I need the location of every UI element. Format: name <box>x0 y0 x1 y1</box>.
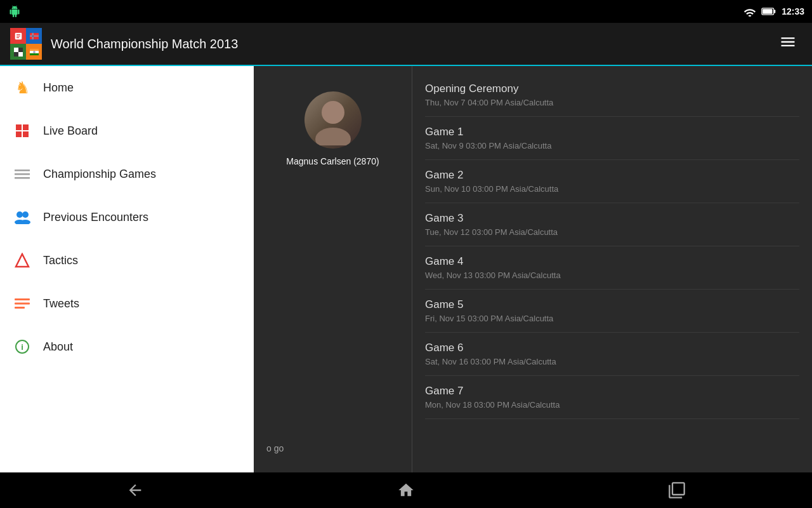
india-flag <box>30 48 39 56</box>
svg-rect-15 <box>16 124 22 130</box>
game-date: Mon, Nov 18 03:00 PM Asia/Calcutta <box>425 400 799 410</box>
sidebar-item-previous-encounters[interactable]: Previous Encounters <box>0 196 254 239</box>
svg-rect-2 <box>763 9 772 14</box>
svg-rect-18 <box>23 131 29 137</box>
sidebar-label-about: About <box>43 340 73 354</box>
svg-rect-29 <box>15 307 25 309</box>
status-bar-left <box>8 4 22 18</box>
svg-rect-9 <box>14 48 18 52</box>
game-title: Game 3 <box>425 212 799 225</box>
wifi-icon <box>743 6 756 17</box>
game-title: Game 7 <box>425 385 799 398</box>
game-date: Wed, Nov 13 03:00 PM Asia/Calcutta <box>425 271 799 280</box>
sidebar-item-tactics[interactable]: Tactics <box>0 239 254 282</box>
svg-point-23 <box>22 211 29 218</box>
content-area: Magnus Carlsen (2870) o go Opening Cerem… <box>254 66 812 472</box>
svg-marker-26 <box>16 254 29 267</box>
chess-icon <box>14 48 23 57</box>
player-name: Magnus Carlsen (2870) <box>286 156 379 166</box>
sidebar-item-home[interactable]: ♞ Home <box>0 66 254 109</box>
svg-rect-13 <box>30 53 39 55</box>
svg-rect-27 <box>15 298 30 300</box>
player-avatar <box>304 91 362 149</box>
home-button[interactable] <box>372 476 440 504</box>
game-item[interactable]: Game 1Sat, Nov 9 03:00 PM Asia/Calcutta <box>425 117 799 160</box>
logo-q3 <box>10 44 26 60</box>
game-title: Game 2 <box>425 169 799 182</box>
status-bar-right: 12:33 <box>743 6 804 17</box>
encounters-icon <box>13 208 32 227</box>
sidebar-item-live-board[interactable]: Live Board <box>0 109 254 152</box>
sidebar-item-tweets[interactable]: Tweets <box>0 282 254 325</box>
game-date: Fri, Nov 15 03:00 PM Asia/Calcutta <box>425 314 799 323</box>
recents-button[interactable] <box>643 476 711 504</box>
svg-rect-17 <box>16 131 22 137</box>
time-display: 12:33 <box>782 6 804 17</box>
battery-icon <box>761 6 776 17</box>
sidebar-label-tweets: Tweets <box>43 297 79 311</box>
game-date: Sat, Nov 9 03:00 PM Asia/Calcutta <box>425 141 799 150</box>
game-title: Game 6 <box>425 342 799 354</box>
main-layout: ♞ Home Live Board <box>0 66 812 472</box>
games-list[interactable]: Opening CeremonyThu, Nov 7 04:00 PM Asia… <box>412 66 812 472</box>
sidebar-label-tactics: Tactics <box>43 254 78 267</box>
android-icon <box>8 4 22 18</box>
sidebar-label-championship: Championship Games <box>43 168 156 181</box>
game-date: Sat, Nov 16 03:00 PM Asia/Calcutta <box>425 357 799 366</box>
svg-rect-7 <box>30 36 39 36</box>
bottom-nav-bar <box>0 472 812 508</box>
sidebar-item-championship-games[interactable]: Championship Games <box>0 152 254 196</box>
sidebar-label-live-board: Live Board <box>43 124 98 138</box>
svg-text:i: i <box>21 342 23 352</box>
game-item[interactable]: Game 5Fri, Nov 15 03:00 PM Asia/Calcutta <box>425 290 799 333</box>
logo-q1 <box>10 28 26 44</box>
svg-rect-28 <box>15 303 30 305</box>
live-board-icon <box>13 121 32 140</box>
svg-rect-16 <box>23 124 29 130</box>
svg-rect-11 <box>30 48 39 50</box>
game-date: Sun, Nov 10 03:00 PM Asia/Calcutta <box>425 184 799 194</box>
svg-rect-10 <box>18 52 23 57</box>
game-title: Game 4 <box>425 255 799 268</box>
logo-q2 <box>26 28 42 44</box>
game-item[interactable]: Game 3Tue, Nov 12 03:00 PM Asia/Calcutta <box>425 203 799 246</box>
sidebar-item-about[interactable]: i About <box>0 325 254 368</box>
game-date: Tue, Nov 12 03:00 PM Asia/Calcutta <box>425 227 799 237</box>
sidebar: ♞ Home Live Board <box>0 66 254 472</box>
game-date: Thu, Nov 7 04:00 PM Asia/Calcutta <box>425 98 799 107</box>
game-title: Opening Ceremony <box>425 83 799 95</box>
svg-rect-19 <box>15 170 30 171</box>
game-item[interactable]: Game 7Mon, Nov 18 03:00 PM Asia/Calcutta <box>425 376 799 419</box>
sidebar-label-encounters: Previous Encounters <box>43 211 148 224</box>
game-item[interactable]: Game 2Sun, Nov 10 03:00 PM Asia/Calcutta <box>425 160 799 203</box>
back-button[interactable] <box>101 476 169 504</box>
settings-button[interactable] <box>774 28 802 60</box>
game-item[interactable]: Game 6Sat, Nov 16 03:00 PM Asia/Calcutta <box>425 333 799 376</box>
norway-flag <box>30 32 39 40</box>
svg-point-33 <box>315 128 351 145</box>
status-bar: 12:33 <box>0 0 812 23</box>
home-icon: ♞ <box>13 78 32 97</box>
svg-point-22 <box>16 211 23 218</box>
game-item[interactable]: Opening CeremonyThu, Nov 7 04:00 PM Asia… <box>425 74 799 117</box>
app-logo <box>10 28 42 60</box>
about-icon: i <box>13 337 32 356</box>
tweets-icon <box>13 294 32 313</box>
sidebar-label-home: Home <box>43 81 74 95</box>
championship-icon <box>13 164 32 184</box>
logo-q4 <box>26 44 42 60</box>
player-section: Magnus Carlsen (2870) o go <box>254 66 412 472</box>
game-title: Game 1 <box>425 126 799 138</box>
app-title: World Championship Match 2013 <box>51 37 774 51</box>
game-item[interactable]: Game 4Wed, Nov 13 03:00 PM Asia/Calcutta <box>425 246 799 290</box>
svg-rect-21 <box>15 177 30 179</box>
avatar-image <box>304 91 362 149</box>
game-title: Game 5 <box>425 298 799 311</box>
svg-point-32 <box>322 101 344 124</box>
svg-rect-1 <box>774 10 776 13</box>
countdown-area: o go <box>266 443 284 453</box>
tactics-icon <box>13 251 32 270</box>
svg-rect-20 <box>15 173 30 175</box>
app-bar: World Championship Match 2013 <box>0 23 812 66</box>
